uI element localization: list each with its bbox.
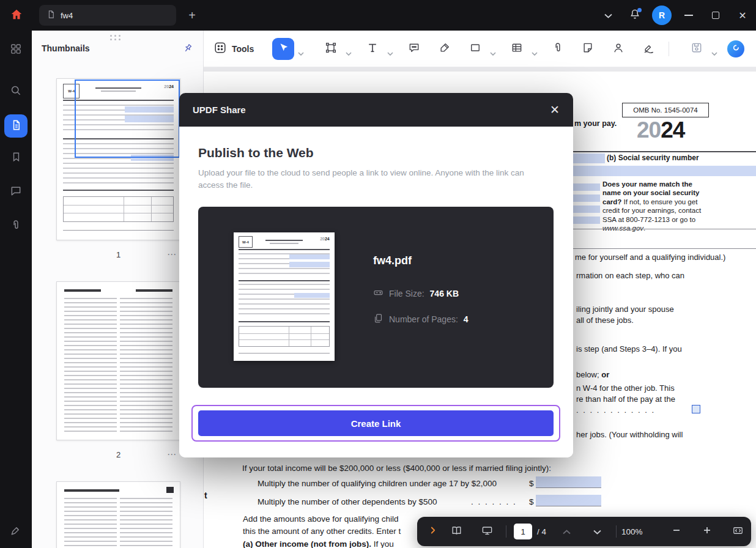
form-field-highlight[interactable] [573,206,600,213]
cursor-icon [278,42,289,56]
save-button[interactable] [686,38,708,60]
rectangle-tool-button[interactable] [464,38,486,60]
pages-icon [10,119,22,133]
amount-field-dependents[interactable] [536,495,601,506]
fit-width-button[interactable] [728,517,747,546]
close-dialog-button[interactable]: ✕ [550,104,560,116]
pdf-frag-7: n W-4 for the other job. This [576,383,675,393]
statusbar-divider [506,525,506,538]
select-tool-button[interactable] [272,38,294,60]
forward-button[interactable] [423,517,443,546]
sidebar-item-comments[interactable] [4,180,28,204]
sidebar-item-search[interactable] [4,80,28,103]
file-size-row: File Size: 746 KB [373,287,459,300]
next-page-button[interactable] [587,517,607,546]
comment-tool-button[interactable] [403,38,425,60]
shape-tool-chevron[interactable] [346,47,352,58]
presentation-button[interactable] [477,517,497,546]
sidebar-item-attachments[interactable] [4,215,28,238]
signature-pen-icon [10,524,22,539]
home-icon [10,8,23,24]
page-thumbnail-1[interactable]: W-42024 [56,78,180,240]
file-size-label: File Size: [389,289,424,298]
page-number-input[interactable] [514,524,532,539]
form-year: 2024 [637,117,684,143]
tools-menu-button[interactable]: Tools [213,38,254,60]
pin-panel-button[interactable] [182,43,193,54]
reader-mode-button[interactable] [447,517,466,546]
maximize-button[interactable] [702,0,729,31]
paperclip-icon [10,219,22,234]
profile-stamp-button[interactable] [607,38,629,60]
pages-count-label: Number of Pages: [389,314,458,324]
file-preview-thumbnail: W-42024 [234,232,335,361]
zoom-in-button[interactable] [697,517,717,546]
left-icon-sidebar [0,31,32,548]
save-icon [691,42,703,56]
ssn-label: (b) Social security number [607,154,699,162]
save-chevron[interactable] [711,47,717,58]
table-tool-chevron[interactable] [532,47,538,58]
page-thumbnail-3[interactable] [56,481,180,548]
ssn-field-highlight[interactable] [573,166,756,176]
publish-description: Upload your file to the cloud to send pe… [198,167,552,192]
comment-icon [10,185,22,199]
sidebar-item-signature[interactable] [4,520,28,543]
shape-edit-tool-button[interactable] [320,38,342,60]
marker-tool-button[interactable] [434,38,456,60]
home-button[interactable] [6,6,27,26]
form-field-highlight[interactable] [573,217,600,224]
tools-label: Tools [232,44,254,54]
previous-page-button[interactable] [557,517,576,546]
pages-count-value: 4 [464,314,469,324]
sidebar-item-thumbnails[interactable] [4,114,28,138]
credits-line: this the amount of any other credits. En… [243,527,401,536]
close-window-button[interactable]: ✕ [729,0,756,31]
page-count-row: Number of Pages: 4 [373,313,469,325]
share-dialog: UPDF Share ✕ Publish to the Web Upload y… [179,93,573,457]
signature-tool-button[interactable] [638,38,660,60]
text-tool-chevron[interactable] [387,47,393,58]
rectangle-tool-chevron[interactable] [490,47,496,58]
form-rule [573,229,756,229]
form-field-highlight[interactable] [573,154,605,163]
page-total-label: / 4 [537,517,546,546]
page-more-button-2[interactable]: ⋯ [167,449,177,460]
publish-heading: Publish to the Web [198,146,314,160]
amount-field-children[interactable] [536,476,601,488]
sidebar-item-bookmarks[interactable] [4,146,28,169]
add-tab-button[interactable]: + [183,7,201,24]
share-dialog-body: Publish to the Web Upload your file to t… [179,127,573,457]
account-button[interactable]: R [648,0,675,31]
notifications-button[interactable] [621,0,648,31]
text-tool-button[interactable] [361,38,384,60]
zoom-level[interactable]: 100% [621,517,643,546]
create-link-button[interactable]: Create Link [198,410,554,436]
more-menu-button[interactable] [595,0,621,31]
form-field-highlight[interactable] [573,194,600,202]
thumbnails-panel-title: Thumbnails [42,43,90,53]
attachment-tool-button[interactable] [547,38,569,60]
ssn-notice-text: Does your name match the name on your so… [602,180,710,232]
page-more-button-1[interactable]: ⋯ [167,249,177,260]
pdf-frag-6: below; or [576,370,609,379]
share-dialog-title: UPDF Share [193,105,246,115]
panel-drag-handle[interactable] [110,35,121,40]
zoom-out-button[interactable] [667,517,686,546]
select-tool-chevron[interactable] [298,47,304,58]
viewport-indicator[interactable] [75,80,180,158]
table-tool-button[interactable] [506,38,528,60]
document-tab[interactable]: fw4 [39,5,176,26]
document-icon [46,10,56,21]
sidebar-item-grid[interactable] [4,39,28,62]
minimize-button[interactable] [675,0,702,31]
ai-assistant-button[interactable] [727,40,744,57]
sticker-tool-button[interactable] [577,38,599,60]
form-field-highlight[interactable] [573,183,600,191]
form-checkbox[interactable] [692,405,700,413]
minimize-icon [684,15,693,16]
pdf-frag-3: iling jointly and your spouse [576,305,674,314]
pdf-frag-your-pay: m your pay. [574,119,617,128]
editing-toolbar: Tools [204,31,756,67]
page-thumbnail-2[interactable] [56,281,180,440]
